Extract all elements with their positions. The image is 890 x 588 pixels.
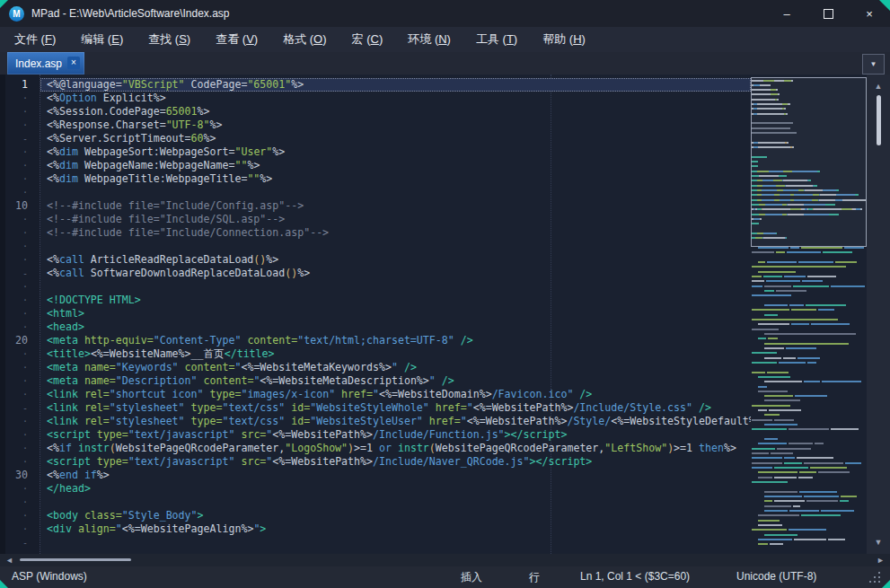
- scroll-down-icon[interactable]: ▼: [867, 538, 890, 547]
- gutter-cell[interactable]: ·: [0, 118, 40, 132]
- code-line[interactable]: <!DOCTYPE HTML>: [40, 294, 751, 307]
- code-line[interactable]: [40, 186, 751, 199]
- code-line[interactable]: <!--#include file="Include/SQL.asp"-->: [40, 213, 751, 226]
- gutter-cell[interactable]: ·: [0, 374, 40, 388]
- menu-item-h[interactable]: 帮助 (H): [530, 27, 598, 52]
- gutter-cell[interactable]: ·: [0, 307, 40, 320]
- menu-item-o[interactable]: 格式 (O): [270, 27, 339, 52]
- gutter-cell[interactable]: 10: [0, 199, 40, 213]
- status-line-mode[interactable]: 行: [529, 570, 540, 585]
- code-line[interactable]: <%Response.Charset="UTF-8"%>: [40, 118, 751, 132]
- code-line[interactable]: <meta http-equiv="Content-Type" content=…: [40, 334, 751, 347]
- menu-item-n[interactable]: 环境 (N): [395, 27, 463, 52]
- menu-item-f[interactable]: 文件 (F): [2, 27, 68, 52]
- code-line[interactable]: <title><%=WebsiteName%>__首页</title>: [40, 347, 751, 361]
- gutter-cell[interactable]: 20: [0, 334, 40, 347]
- gutter-cell[interactable]: ·: [0, 496, 40, 509]
- gutter-cell[interactable]: ·: [0, 105, 40, 118]
- vertical-scroll-thumb[interactable]: [877, 95, 881, 145]
- code-editor[interactable]: 1···-····10····-····20····-····30····- <…: [0, 75, 751, 554]
- gutter-cell[interactable]: ·: [0, 253, 40, 267]
- gutter-cell[interactable]: ·: [0, 213, 40, 226]
- code-line[interactable]: <%Option Explicit%>: [40, 92, 751, 105]
- gutter-cell[interactable]: ·: [0, 509, 40, 522]
- gutter-cell[interactable]: ·: [0, 145, 40, 159]
- code-line[interactable]: <%call ArticleReadReplaceDataLoad()%>: [40, 253, 751, 267]
- tab-list-dropdown-button[interactable]: ▼: [862, 54, 885, 75]
- code-line[interactable]: <body class="Style_Body">: [40, 509, 751, 522]
- scroll-right-icon[interactable]: ►: [877, 556, 885, 565]
- code-line[interactable]: [40, 536, 751, 549]
- gutter-cell[interactable]: ·: [0, 92, 40, 105]
- tab-index-asp[interactable]: Index.asp ×: [7, 52, 84, 75]
- status-language-mode[interactable]: ASP (Windows): [12, 570, 87, 583]
- menu-item-e[interactable]: 编辑 (E): [68, 27, 136, 52]
- gutter-cell[interactable]: ·: [0, 280, 40, 294]
- gutter-cell[interactable]: ·: [0, 159, 40, 172]
- scroll-left-icon[interactable]: ◄: [5, 556, 13, 565]
- gutter-cell[interactable]: ·: [0, 186, 40, 199]
- gutter-cell[interactable]: ·: [0, 388, 40, 401]
- code-line[interactable]: <!--#include file="Include/Connection.as…: [40, 226, 751, 240]
- gutter-cell[interactable]: ·: [0, 226, 40, 240]
- code-line[interactable]: <!--#include file="Include/Config.asp"--…: [40, 199, 751, 213]
- gutter-cell[interactable]: ·: [0, 415, 40, 428]
- code-line[interactable]: <link rel="shortcut icon" type="images/x…: [40, 388, 751, 401]
- scroll-up-icon[interactable]: ▲: [867, 82, 890, 91]
- gutter-cell[interactable]: -: [0, 536, 40, 549]
- code-line[interactable]: <script type="text/javascript" src="<%=W…: [40, 428, 751, 442]
- code-line[interactable]: <%@language="VBScript" CodePage="65001"%…: [40, 78, 751, 92]
- status-encoding[interactable]: Unicode (UTF-8): [736, 570, 816, 583]
- menu-item-c[interactable]: 宏 (C): [339, 27, 396, 52]
- code-line[interactable]: <%end if%>: [40, 469, 751, 482]
- gutter-cell[interactable]: ·: [0, 522, 40, 536]
- code-line[interactable]: <meta name="Keywords" content="<%=Websit…: [40, 361, 751, 374]
- gutter-cell[interactable]: 1: [0, 78, 40, 92]
- code-line[interactable]: <%call SoftwareDownloadReplaceDataLoad()…: [40, 267, 751, 280]
- code-line[interactable]: [40, 240, 751, 253]
- code-line[interactable]: [40, 496, 751, 509]
- gutter-cell[interactable]: ·: [0, 428, 40, 442]
- code-line[interactable]: <html>: [40, 307, 751, 320]
- gutter-cell[interactable]: ·: [0, 482, 40, 496]
- gutter-cell[interactable]: ·: [0, 172, 40, 186]
- vertical-scrollbar[interactable]: ▲ ▼: [867, 75, 890, 554]
- gutter-cell[interactable]: ·: [0, 240, 40, 253]
- code-line[interactable]: <%dim WebpageName:WebpageName=""%>: [40, 159, 751, 172]
- gutter-cell[interactable]: ·: [0, 347, 40, 361]
- menu-item-v[interactable]: 查看 (V): [203, 27, 270, 52]
- horizontal-scroll-thumb[interactable]: [20, 558, 131, 561]
- gutter-cell[interactable]: -: [0, 401, 40, 415]
- code-line[interactable]: <div align="<%=WebsitePageAlign%>">: [40, 522, 751, 536]
- minimap-viewport[interactable]: [751, 77, 867, 247]
- gutter-cell[interactable]: ·: [0, 294, 40, 307]
- code-line[interactable]: <head>: [40, 320, 751, 334]
- code-line[interactable]: <%Server.ScriptTimeout=60%>: [40, 132, 751, 145]
- line-number-gutter[interactable]: 1···-····10····-····20····-····30····-: [0, 75, 40, 554]
- code-line[interactable]: <%if instr(WebsitePageQRcodeParameter,"L…: [40, 442, 751, 455]
- gutter-cell[interactable]: ·: [0, 442, 40, 455]
- code-line[interactable]: <meta name="Description" content="<%=Web…: [40, 374, 751, 388]
- code-line[interactable]: <link rel="stylesheet" type="text/css" i…: [40, 415, 751, 428]
- code-line[interactable]: <script type="text/javascript" src="<%=W…: [40, 455, 751, 469]
- code-area[interactable]: <%@language="VBScript" CodePage="65001"%…: [40, 75, 751, 554]
- code-line[interactable]: </head>: [40, 482, 751, 496]
- status-insert-mode[interactable]: 插入: [461, 570, 482, 585]
- maximize-button[interactable]: [807, 0, 849, 27]
- minimap[interactable]: [751, 75, 867, 554]
- minimize-button[interactable]: –: [766, 0, 807, 27]
- resize-grip-icon[interactable]: [869, 572, 883, 585]
- code-line[interactable]: [40, 280, 751, 294]
- gutter-cell[interactable]: ·: [0, 361, 40, 374]
- status-cursor-position[interactable]: Ln 1, Col 1 < ($3C=60): [580, 570, 690, 583]
- horizontal-scrollbar[interactable]: ◄ ►: [0, 554, 890, 566]
- code-line[interactable]: <%Session.CodePage=65001%>: [40, 105, 751, 118]
- code-line[interactable]: <%dim WebpageTitle:WebpageTitle=""%>: [40, 172, 751, 186]
- gutter-cell[interactable]: -: [0, 132, 40, 145]
- gutter-cell[interactable]: -: [0, 267, 40, 280]
- menu-item-s[interactable]: 查找 (S): [136, 27, 203, 52]
- gutter-cell[interactable]: 30: [0, 469, 40, 482]
- menu-item-t[interactable]: 工具 (T): [463, 27, 530, 52]
- code-line[interactable]: <%dim WebpageSort:WebpageSort="User"%>: [40, 145, 751, 159]
- code-line[interactable]: <link rel="stylesheet" type="text/css" i…: [40, 401, 751, 415]
